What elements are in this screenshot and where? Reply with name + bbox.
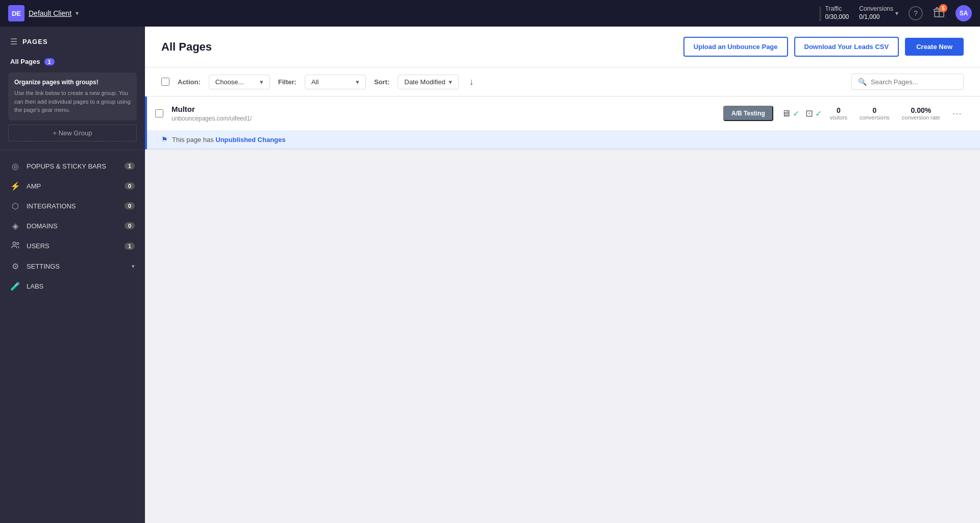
gift-wrapper[interactable]: 5 [933, 6, 945, 20]
table-row: Multor unbouncepages.com/uifeed1/ A/B Te… [145, 97, 980, 150]
sidebar-label-labs: LABS [27, 282, 135, 290]
user-avatar[interactable]: SA [955, 5, 972, 21]
domains-icon: ◈ [10, 221, 20, 231]
more-options-button[interactable]: ⋯ [948, 106, 966, 121]
sidebar-item-amp[interactable]: ⚡ AMP 0 [0, 176, 145, 196]
action-value: Choose... [215, 78, 244, 86]
client-dropdown-icon[interactable]: ▾ [76, 10, 79, 17]
desktop-check-icon: ✓ [793, 109, 799, 118]
tablet-check-icon: ✓ [815, 109, 822, 118]
de-badge: DE [8, 5, 24, 21]
page-info: Multor unbouncepages.com/uifeed1/ [172, 105, 715, 122]
action-dropdown-icon: ▾ [260, 78, 263, 86]
svg-point-3 [13, 242, 15, 245]
visitors-stat: 0 visitors [830, 106, 847, 121]
organize-tip-title: Organize pages with groups! [14, 79, 131, 86]
download-leads-button[interactable]: Download Your Leads CSV [794, 37, 899, 57]
conversion-rate-value: 0.00% [902, 106, 940, 114]
unpublished-changes-link[interactable]: Unpublished Changes [215, 136, 285, 144]
search-icon: 🔍 [858, 78, 867, 86]
all-pages-link[interactable]: All Pages 1 [8, 55, 137, 68]
sort-direction-button[interactable]: ↓ [467, 75, 476, 89]
page-row-inner: Multor unbouncepages.com/uifeed1/ A/B Te… [147, 97, 980, 130]
sidebar-label-popups: POPUPS & STICKY BARS [27, 162, 118, 170]
action-dropdown[interactable]: Choose... ▾ [209, 75, 270, 89]
conversions-label: Conversions [859, 5, 893, 13]
conversions-dropdown-icon[interactable]: ▾ [895, 10, 898, 17]
help-button[interactable]: ? [909, 6, 923, 20]
search-input[interactable] [871, 78, 957, 86]
top-nav-right: Traffic 0/30,000 Conversions 0/1,000 ▾ ?… [819, 5, 972, 21]
traffic-bar [819, 6, 821, 20]
desktop-status: 🖥 ✓ [781, 108, 799, 119]
sidebar-label-domains: DOMAINS [27, 222, 118, 230]
integrations-badge: 0 [125, 202, 135, 209]
pages-header-title: PAGES [22, 38, 48, 45]
sidebar-item-settings[interactable]: ⚙ SETTINGS ▾ [0, 256, 145, 276]
organize-tip-text: Use the link below to create a new group… [14, 89, 131, 114]
table-toolbar: Action: Choose... ▾ Filter: All ▾ Sort: … [145, 67, 980, 97]
conversions-stat: 0 conversions [860, 106, 890, 121]
traffic-metric: Traffic 0/30,000 [819, 5, 849, 21]
select-all-checkbox[interactable] [161, 78, 169, 86]
create-new-button[interactable]: Create New [905, 38, 964, 56]
users-icon [10, 241, 20, 251]
header-actions: Upload an Unbounce Page Download Your Le… [683, 37, 964, 57]
desktop-icon: 🖥 [781, 108, 791, 119]
main-layout: ☰ PAGES All Pages 1 Organize pages with … [0, 27, 980, 523]
amp-badge: 0 [125, 182, 135, 189]
ab-testing-button[interactable]: A/B Testing [723, 106, 773, 121]
search-box[interactable]: 🔍 [851, 74, 964, 90]
popups-badge: 1 [125, 162, 135, 170]
labs-icon: 🧪 [10, 281, 20, 291]
pages-header: ☰ PAGES [0, 27, 145, 52]
sidebar-item-popups[interactable]: ◎ POPUPS & STICKY BARS 1 [0, 156, 145, 176]
filter-dropdown-icon: ▾ [356, 78, 359, 86]
row-checkbox[interactable] [155, 109, 163, 117]
sidebar-label-amp: AMP [27, 182, 118, 190]
visitors-value: 0 [830, 106, 847, 114]
conversions-value: 0 [860, 106, 890, 114]
content-area: All Pages Upload an Unbounce Page Downlo… [145, 27, 980, 523]
tablet-icon: ⊡ [805, 108, 813, 119]
sidebar-item-domains[interactable]: ◈ DOMAINS 0 [0, 216, 145, 236]
conversions-metric[interactable]: Conversions 0/1,000 ▾ [859, 5, 898, 21]
sidebar: ☰ PAGES All Pages 1 Organize pages with … [0, 27, 145, 523]
traffic-label: Traffic [825, 5, 842, 13]
organize-tip: Organize pages with groups! Use the link… [8, 73, 137, 121]
upload-button[interactable]: Upload an Unbounce Page [683, 37, 788, 57]
content-header: All Pages Upload an Unbounce Page Downlo… [145, 27, 980, 67]
sidebar-item-labs[interactable]: 🧪 LABS [0, 276, 145, 296]
sort-label: Sort: [374, 78, 389, 86]
sidebar-label-settings: SETTINGS [27, 263, 126, 270]
unpublished-banner: ⚑ This page has Unpublished Changes [147, 130, 980, 149]
sort-dropdown[interactable]: Date Modified ▾ [398, 75, 459, 89]
sidebar-item-users[interactable]: USERS 1 [0, 236, 145, 256]
users-badge: 1 [125, 243, 135, 250]
sidebar-nav: ◎ POPUPS & STICKY BARS 1 ⚡ AMP 0 ⬡ INTEG… [0, 152, 145, 300]
svg-point-4 [17, 242, 19, 244]
all-pages-section: All Pages 1 Organize pages with groups! … [0, 52, 145, 148]
client-selector[interactable]: DE Default Client ▾ [8, 5, 79, 21]
sidebar-divider-1 [0, 150, 145, 150]
conversion-rate-label: conversion rate [902, 114, 940, 121]
filter-value: All [311, 78, 318, 86]
sort-dropdown-icon: ▾ [449, 78, 452, 86]
domains-badge: 0 [125, 222, 135, 229]
unpublished-static-text: This page has [172, 136, 215, 144]
page-list: Multor unbouncepages.com/uifeed1/ A/B Te… [145, 97, 980, 523]
page-title: All Pages [161, 40, 212, 54]
client-name[interactable]: Default Client [29, 9, 71, 17]
conversions-label: conversions [860, 114, 890, 121]
filter-dropdown[interactable]: All ▾ [305, 75, 366, 89]
conversions-value: 0/1,000 [859, 13, 879, 21]
banner-text: This page has Unpublished Changes [172, 136, 286, 144]
traffic-bar-fill [819, 20, 821, 20]
all-pages-label: All Pages [10, 58, 40, 65]
sidebar-item-integrations[interactable]: ⬡ INTEGRATIONS 0 [0, 196, 145, 216]
visitors-label: visitors [830, 114, 847, 121]
sidebar-label-users: USERS [27, 242, 118, 250]
page-url: unbouncepages.com/uifeed1/ [172, 115, 715, 122]
amp-icon: ⚡ [10, 181, 20, 191]
new-group-button[interactable]: + New Group [8, 125, 137, 141]
